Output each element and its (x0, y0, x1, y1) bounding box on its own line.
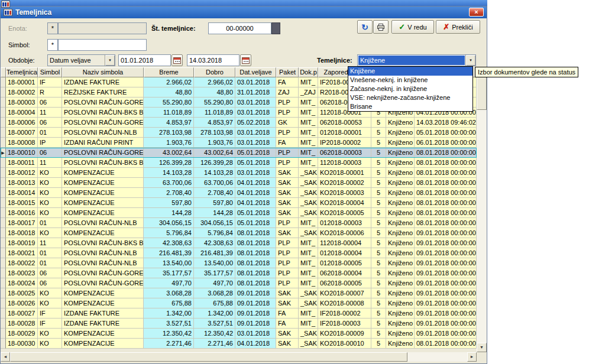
column-header[interactable]: Naziv simbola (62, 67, 144, 77)
scroll-down-button[interactable]: ▼ (477, 343, 487, 352)
table-row[interactable]: 18-0002201POSLOVNI RAČUN-NLB13.540,0013.… (1, 258, 477, 268)
chevron-down-icon[interactable]: ▼ (465, 55, 475, 66)
cell: 08.01.2018 00:00:00 (415, 339, 477, 349)
cell: POSLOVNI RAČUN-GOREN. (62, 268, 144, 278)
cell: 08.01.2018 (235, 228, 276, 238)
column-header[interactable]: Simbol (38, 67, 62, 77)
table-row[interactable]: 18-0000606POSLOVNI RAČUN-GOREN.4.853,974… (1, 118, 477, 128)
print-button[interactable] (373, 20, 389, 34)
cell: 05.01.2018 00:00:00 (415, 128, 477, 138)
cell: 03.01.2018 (235, 168, 276, 178)
horizontal-scroll-thumb[interactable] (10, 352, 407, 362)
row-indicator (1, 108, 6, 118)
cell: 18-00016 (6, 208, 38, 218)
st-temeljnice-input[interactable]: 00-00000 (208, 22, 271, 34)
cell: 05.01.2018 (235, 158, 276, 168)
table-row[interactable]: ▶18-0001006POSLOVNI RAČUN-GOREN.43.002,6… (1, 148, 477, 158)
dropdown-option[interactable]: Knjižene (348, 67, 472, 76)
st-temeljnice-lookup-button[interactable] (271, 22, 280, 34)
cell: 18-00019 (6, 238, 38, 248)
cell: 09.01.2018 (235, 308, 276, 318)
vertical-scrollbar[interactable]: ▲ ▼ (477, 67, 487, 352)
cell: FA (276, 77, 299, 87)
chevron-down-icon[interactable]: ▼ (105, 55, 115, 66)
horizontal-scrollbar[interactable]: ◄ ► (1, 352, 477, 362)
row-indicator-header (1, 67, 6, 77)
table-row[interactable]: 18-00025KOKOMPENZACIJE3.068,283.068,2809… (1, 288, 477, 298)
date-from-input[interactable]: 01.01.2018 (118, 54, 171, 66)
cell: 3.068,28 (194, 288, 235, 298)
column-header[interactable]: Dat.veljave (235, 67, 276, 77)
table-row[interactable]: 18-00028IFIZDANE FAKTURE3.527,513.527,51… (1, 318, 477, 329)
table-row[interactable]: 18-00027IFIZDANE FAKTURE1.342,001.342,00… (1, 308, 477, 318)
date-to-calendar-button[interactable] (240, 54, 251, 66)
cell: 216.481,39 (194, 248, 235, 258)
dropdown-option[interactable]: Vnešene-neknj. in knjižene (348, 76, 472, 84)
cell: REŽIJSKE FAKTURE (62, 87, 144, 98)
cell: KO2018-00005 (318, 208, 371, 218)
table-row[interactable]: 18-00026KOKOMPENZACIJE675,88675,8809.01.… (1, 298, 477, 308)
column-header[interactable]: Breme (144, 67, 194, 77)
table-row[interactable]: 18-00015KOKOMPENZACIJE597,80597,8004.01.… (1, 198, 477, 208)
table-row[interactable]: 18-00016KOKOMPENZACIJE144,28144,2805.01.… (1, 208, 477, 218)
column-header[interactable]: Paket (276, 67, 299, 77)
temeljnice-selected-value: Knjižene (358, 56, 465, 65)
table-row[interactable]: 18-0001701POSLOVNI RAČUN-NLB304.056,1530… (1, 218, 477, 228)
date-to-input[interactable]: 14.03.2018 (187, 54, 239, 66)
enota-input[interactable] (58, 22, 147, 34)
column-header[interactable]: Temeljnica (6, 67, 38, 77)
table-row[interactable]: 18-00018KOKOMPENZACIJE5.796,845.796,8408… (1, 228, 477, 238)
scroll-right-button[interactable]: ► (467, 352, 477, 362)
simbol-star-field[interactable]: * (47, 39, 58, 51)
refresh-button[interactable]: ↻ (357, 20, 373, 34)
cell: MIT_ (299, 318, 318, 329)
cell: 012018-00001 (318, 128, 371, 138)
table-row[interactable]: 18-0002406POSLOVNI RAČUN-GOREN.497,70497… (1, 278, 477, 288)
obdobje-type-combo[interactable]: Datum veljave ▼ (47, 54, 115, 66)
cell: ZAJ (276, 87, 299, 98)
cell: 5 (371, 329, 386, 339)
row-indicator (1, 77, 6, 87)
table-row[interactable]: 18-0000701POSLOVNI RAČUN-NLB278.103,9827… (1, 128, 477, 138)
column-header[interactable]: Dobro (194, 67, 235, 77)
table-row[interactable]: 18-0001911POSLOVNI RAČUN-BKS BAN42.308,6… (1, 238, 477, 248)
table-row[interactable]: 18-00013KOKOMPENZACIJE63.700,0663.700,06… (1, 178, 477, 188)
row-indicator (1, 329, 6, 339)
vertical-scroll-thumb[interactable] (477, 77, 487, 110)
table-row[interactable]: 18-00012KOKOMPENZACIJE14.103,2814.103,28… (1, 168, 477, 178)
table-row[interactable]: 18-0001111POSLOVNI RAČUN-BKS BAN126.399,… (1, 158, 477, 168)
simbol-input[interactable] (58, 39, 147, 51)
dialog-titlebar[interactable]: Temeljnica × (1, 6, 487, 18)
date-from-calendar-button[interactable] (171, 54, 183, 66)
cell: PLP (276, 258, 299, 268)
cell: 5 (371, 248, 386, 258)
cell: 18-00015 (6, 198, 38, 208)
calendar-icon (242, 57, 250, 64)
cancel-button[interactable]: ✗ Prekliči (436, 20, 480, 34)
dropdown-option[interactable]: Brisane (348, 102, 472, 111)
cell: KOMPENZACIJE (62, 329, 144, 339)
cell: 06 (38, 278, 62, 288)
table-row[interactable]: 18-00029KOKOMPENZACIJE12.350,4212.350,42… (1, 329, 477, 339)
table-row[interactable]: 18-00014KOKOMPENZACIJE2.708,402.708,4004… (1, 188, 477, 198)
close-button[interactable]: × (469, 8, 484, 17)
ok-button[interactable]: ✓ V redu (391, 20, 434, 34)
temeljnice-combo[interactable]: Knjižene ▼ (357, 54, 476, 66)
table-row[interactable]: 18-0002101POSLOVNI RAČUN-NLB216.481,3921… (1, 248, 477, 258)
cell: KO (38, 178, 62, 188)
cell: PLP (276, 238, 299, 248)
cell: 11 (38, 108, 62, 118)
cell: 04.01.2018 (235, 198, 276, 208)
enota-star-field[interactable]: * (47, 22, 58, 34)
table-row[interactable]: 18-00008IPIZDANI RAČUNI PRINT1.903,761.9… (1, 138, 477, 148)
st-temeljnice-label: Št. temeljnice: (151, 25, 196, 32)
scroll-left-button[interactable]: ◄ (1, 352, 10, 362)
table-row[interactable]: 18-0002306POSLOVNI RAČUN-GOREN.35.177,57… (1, 268, 477, 278)
dropdown-option[interactable]: VSE: neknjižene-začasne-knjižene (348, 93, 472, 102)
table-row[interactable]: 18-00030KOKOMPENZACIJE2.271,462.271,4604… (1, 339, 477, 349)
column-header[interactable]: Dok.p (299, 67, 318, 77)
cell: 597,80 (194, 198, 235, 208)
cell: 09.01.2018 00:00:00 (415, 278, 477, 288)
dropdown-option[interactable]: Začasne-neknj. in knjižene (348, 84, 472, 93)
cell: 144,28 (144, 208, 194, 218)
